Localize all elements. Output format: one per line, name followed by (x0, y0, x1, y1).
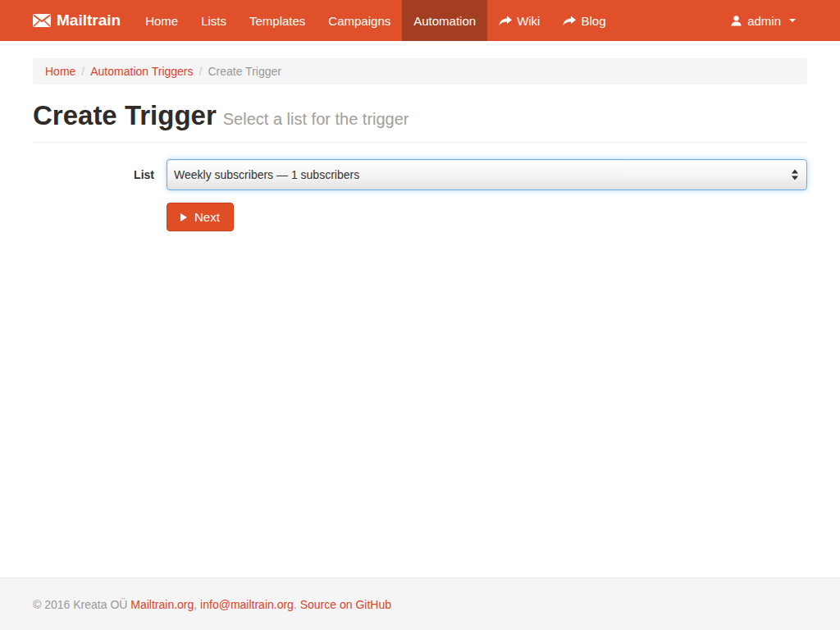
share-arrow-icon (563, 16, 576, 26)
nav-menu: Home Lists Templates Campaigns Automatio… (134, 0, 617, 41)
nav-item-lists[interactable]: Lists (189, 0, 238, 41)
top-navbar: Mailtrain Home Lists Templates Campaigns… (0, 0, 840, 41)
footer-link-source-github[interactable]: Source on GitHub (300, 598, 391, 611)
create-trigger-form: List Weekly subscribers — 1 subscribers … (33, 159, 807, 231)
user-icon (730, 15, 742, 27)
footer: © 2016 Kreata OÜ Mailtrain.org, info@mai… (0, 578, 840, 630)
next-button-label: Next (194, 210, 220, 224)
brand-label: Mailtrain (57, 11, 121, 30)
nav-item-templates[interactable]: Templates (238, 0, 317, 41)
main-content: Home / Automation Triggers / Create Trig… (0, 41, 840, 578)
page-title: Create Trigger (33, 100, 217, 130)
breadcrumb-current: Create Trigger (208, 65, 281, 78)
share-arrow-icon (499, 16, 512, 26)
breadcrumb-automation-triggers[interactable]: Automation Triggers (90, 65, 193, 78)
nav-item-blog[interactable]: Blog (551, 0, 617, 41)
play-icon (180, 213, 187, 221)
breadcrumb-separator: / (194, 65, 208, 78)
next-button[interactable]: Next (167, 203, 234, 231)
list-select[interactable]: Weekly subscribers — 1 subscribers (167, 159, 807, 190)
user-menu[interactable]: admin (719, 0, 807, 41)
footer-link-email[interactable]: info@mailtrain.org (200, 598, 294, 611)
page-header: Create TriggerSelect a list for the trig… (33, 101, 807, 143)
caret-down-icon (789, 19, 796, 22)
user-label: admin (747, 14, 781, 28)
nav-item-label: Wiki (517, 14, 540, 28)
nav-item-automation[interactable]: Automation (402, 0, 487, 41)
nav-item-campaigns[interactable]: Campaigns (317, 0, 402, 41)
breadcrumb-home[interactable]: Home (45, 65, 75, 78)
breadcrumb-separator: / (75, 65, 90, 78)
nav-item-label: Blog (581, 14, 605, 28)
nav-item-home[interactable]: Home (134, 0, 189, 41)
brand-link[interactable]: Mailtrain (33, 0, 121, 41)
copyright-text: © 2016 Kreata OÜ (33, 598, 127, 611)
footer-link-mailtrain-org[interactable]: Mailtrain.org (130, 598, 194, 611)
list-label: List (33, 159, 167, 181)
page-subtitle: Select a list for the trigger (223, 110, 409, 128)
footer-separator: . (294, 598, 297, 611)
footer-separator: , (194, 598, 197, 611)
nav-item-wiki[interactable]: Wiki (487, 0, 551, 41)
envelope-icon (33, 14, 51, 27)
breadcrumb: Home / Automation Triggers / Create Trig… (33, 58, 807, 84)
